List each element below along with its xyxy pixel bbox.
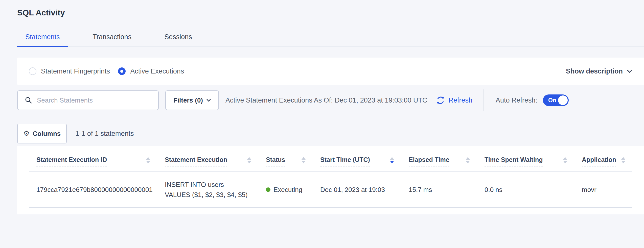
as-of-text: Active Statement Executions As Of: Dec 0… [225,96,427,104]
radio-label: Statement Fingerprints [41,67,110,75]
search-input-container[interactable] [17,90,159,110]
header-time-spent-waiting[interactable]: Time Spent Waiting [477,153,574,171]
vertical-divider [484,89,484,111]
cell-statement[interactable]: INSERT INTO users VALUES ($1, $2, $3, $4… [157,180,258,200]
radio-active-executions[interactable]: Active Executions [118,67,184,75]
view-mode-card: Statement Fingerprints Active Executions… [17,58,644,85]
cell-execution-id[interactable]: 179cca7921e679b80000000000000001 [29,186,157,194]
toggle-knob [558,95,568,105]
controls-row: Filters (0) Active Statement Executions … [17,90,644,110]
refresh-label: Refresh [448,96,472,104]
sort-icon[interactable] [466,156,470,163]
header-statement-execution[interactable]: Statement Execution [157,153,258,171]
show-description-toggle[interactable]: Show description [566,67,632,75]
sort-icon[interactable] [563,156,567,163]
sort-icon[interactable] [247,156,251,163]
refresh-icon [436,95,445,105]
radio-label: Active Executions [130,67,184,75]
sql-activity-page: SQL Activity Statements Transactions Ses… [0,0,644,214]
table-header-row: Statement Execution ID Statement Executi… [29,146,632,172]
filters-button-label: Filters (0) [173,96,203,104]
cell-start-time: Dec 01, 2023 at 19:03 [313,186,401,194]
radio-statement-fingerprints[interactable]: Statement Fingerprints [29,67,110,75]
chevron-down-icon [627,69,632,73]
gear-icon: ⚙ [23,130,30,137]
header-application[interactable]: Application [574,153,632,171]
auto-refresh-label: Auto Refresh: [496,96,537,104]
header-start-time[interactable]: Start Time (UTC) [313,153,401,171]
statements-table-card: Statement Execution ID Statement Executi… [17,146,644,214]
result-count: 1-1 of 1 statements [75,130,134,138]
cell-elapsed-time: 15.7 ms [401,186,477,194]
columns-button-label: Columns [33,130,61,138]
chevron-down-icon [206,99,211,102]
header-statement-execution-id[interactable]: Statement Execution ID [29,153,157,171]
table-row: 179cca7921e679b80000000000000001 INSERT … [29,172,632,208]
columns-button[interactable]: ⚙ Columns [17,124,67,143]
cell-time-spent-waiting: 0.0 ns [477,186,574,194]
search-icon [25,96,32,104]
cell-application: movr [574,186,632,194]
tab-statements[interactable]: Statements [17,27,68,46]
page-title: SQL Activity [17,0,644,17]
tab-transactions[interactable]: Transactions [85,27,140,46]
search-input[interactable] [37,96,143,104]
show-description-label: Show description [566,67,623,75]
header-status[interactable]: Status [258,153,313,171]
view-mode-radio-group: Statement Fingerprints Active Executions [29,67,184,75]
tab-bar: Statements Transactions Sessions [17,27,644,47]
sort-icon-active-desc[interactable] [390,156,394,163]
toggle-state-label: On [548,97,556,104]
filters-button[interactable]: Filters (0) [165,90,219,110]
tab-sessions[interactable]: Sessions [156,27,200,46]
auto-refresh-toggle[interactable]: On [543,94,569,106]
statements-table: Statement Execution ID Statement Executi… [29,146,632,208]
columns-row: ⚙ Columns 1-1 of 1 statements [17,124,644,143]
header-elapsed-time[interactable]: Elapsed Time [401,153,477,171]
sort-icon[interactable] [146,156,150,163]
radio-unselected-icon [29,67,36,75]
status-dot-icon [266,187,270,192]
sort-icon[interactable] [302,156,306,163]
status-label: Executing [273,186,302,194]
radio-selected-icon [118,67,126,75]
cell-status: Executing [258,186,313,194]
sort-icon[interactable] [621,156,625,163]
refresh-button[interactable]: Refresh [436,95,472,105]
